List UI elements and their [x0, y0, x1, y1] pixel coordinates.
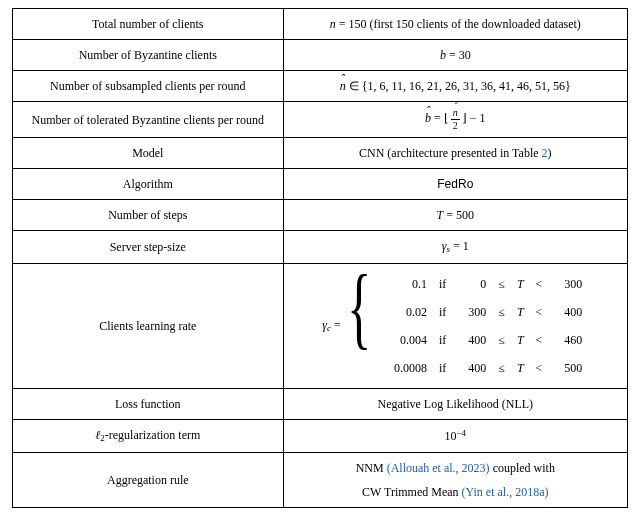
row-label: Model — [13, 138, 284, 169]
row-value: b = n2 − 1 — [283, 102, 627, 138]
citation-link[interactable]: (Yin et al., 2018a) — [462, 485, 549, 499]
row-value: FedRo — [283, 169, 627, 200]
table-row: 0.0008 if 400 ≤ T < 500 — [379, 354, 588, 382]
left-brace-icon: { — [347, 268, 371, 380]
row-label: Number of Byzantine clients — [13, 40, 284, 71]
piecewise: γc = { 0.1 if 0 ≤ T < 300 0.02 if — [322, 270, 588, 382]
row-label: Loss function — [13, 388, 284, 419]
params-table: Total number of clients n = 150 (first 1… — [12, 8, 628, 508]
row-value: Negative Log Likelihood (NLL) — [283, 388, 627, 419]
lr-schedule-table: 0.1 if 0 ≤ T < 300 0.02 if 300 ≤ T — [379, 270, 588, 382]
table-row: Model CNN (architecture presented in Tab… — [13, 138, 628, 169]
table-row: Aggregation rule NNM (Allouah et al., 20… — [13, 452, 628, 507]
row-value: CNN (architecture presented in Table 2) — [283, 138, 627, 169]
row-label: Number of steps — [13, 200, 284, 231]
table-row: Loss function Negative Log Likelihood (N… — [13, 388, 628, 419]
table-row: Algorithm FedRo — [13, 169, 628, 200]
row-value: n = 150 (first 150 clients of the downlo… — [283, 9, 627, 40]
page-root: Total number of clients n = 150 (first 1… — [0, 0, 640, 512]
row-value: 10−4 — [283, 419, 627, 452]
table-row: ℓ2-regularization term 10−4 — [13, 419, 628, 452]
table-row: Number of Byzantine clients b = 30 — [13, 40, 628, 71]
citation-link[interactable]: (Allouah et al., 2023) — [387, 461, 490, 475]
table-row: Number of subsampled clients per round n… — [13, 71, 628, 102]
table-row: Number of steps T = 500 — [13, 200, 628, 231]
row-label: Algorithm — [13, 169, 284, 200]
row-label: Total number of clients — [13, 9, 284, 40]
table-row: Clients learning rate γc = { 0.1 if 0 ≤ … — [13, 263, 628, 388]
row-label: Number of subsampled clients per round — [13, 71, 284, 102]
row-value: n ∈ {1, 6, 11, 16, 21, 26, 31, 36, 41, 4… — [283, 71, 627, 102]
row-label: Aggregation rule — [13, 452, 284, 507]
row-value: NNM (Allouah et al., 2023) coupled with … — [283, 452, 627, 507]
table-row: Total number of clients n = 150 (first 1… — [13, 9, 628, 40]
table-row: 0.004 if 400 ≤ T < 460 — [379, 326, 588, 354]
row-label: Number of tolerated Byzantine clients pe… — [13, 102, 284, 138]
table-row: 0.02 if 300 ≤ T < 400 — [379, 298, 588, 326]
row-label: Clients learning rate — [13, 263, 284, 388]
table-row: Number of tolerated Byzantine clients pe… — [13, 102, 628, 138]
table-row: 0.1 if 0 ≤ T < 300 — [379, 270, 588, 298]
row-label: ℓ2-regularization term — [13, 419, 284, 452]
row-value: b = 30 — [283, 40, 627, 71]
table-row: Server step-size γs = 1 — [13, 231, 628, 264]
row-value: T = 500 — [283, 200, 627, 231]
row-value: γs = 1 — [283, 231, 627, 264]
row-label: Server step-size — [13, 231, 284, 264]
row-value: γc = { 0.1 if 0 ≤ T < 300 0.02 if — [283, 263, 627, 388]
